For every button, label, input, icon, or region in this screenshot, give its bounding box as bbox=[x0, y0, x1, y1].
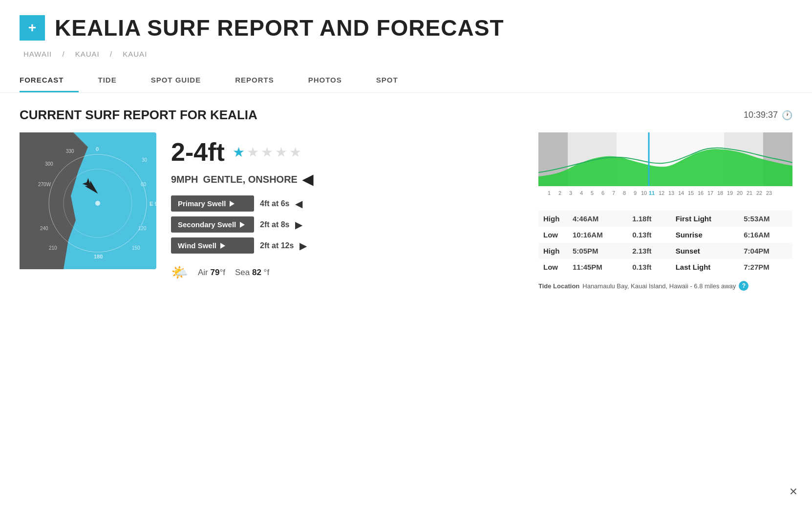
wind-description: GENTLE, ONSHORE bbox=[203, 174, 298, 185]
tab-tide[interactable]: TIDE bbox=[98, 68, 131, 92]
svg-text:3: 3 bbox=[569, 190, 572, 196]
primary-swell-label: Primary Swell bbox=[171, 195, 254, 212]
tide-location: Tide Location Hanamaulu Bay, Kauai Islan… bbox=[538, 281, 792, 291]
weather-icon: 🌤️ bbox=[171, 264, 188, 280]
wind-swell-direction: ▶ bbox=[299, 240, 307, 252]
compass-svg: 0 E 90 180 30 60 120 150 210 240 270W 30… bbox=[20, 132, 156, 269]
svg-text:270W: 270W bbox=[38, 182, 51, 187]
svg-text:5: 5 bbox=[591, 190, 594, 196]
air-temp: 79 bbox=[211, 268, 220, 277]
svg-text:1: 1 bbox=[548, 190, 551, 196]
primary-swell-row: Primary Swell 4ft at 6s ◀ bbox=[171, 195, 519, 212]
brand-icon: + bbox=[20, 15, 45, 41]
breadcrumb-hawaii[interactable]: HAWAII bbox=[23, 50, 52, 58]
svg-text:300: 300 bbox=[45, 161, 53, 167]
svg-text:23: 23 bbox=[766, 190, 772, 196]
event-label-1: First Light bbox=[671, 211, 739, 227]
compass: 0 E 90 180 30 60 120 150 210 240 270W 30… bbox=[20, 132, 156, 269]
current-time: 10:39:37 🕐 bbox=[744, 110, 792, 121]
svg-text:8: 8 bbox=[623, 190, 626, 196]
wind-speed: 9MPH bbox=[171, 174, 198, 185]
tide-time-3: 5:05PM bbox=[568, 243, 627, 259]
event-label-2: Sunrise bbox=[671, 227, 739, 243]
breadcrumb-kauai2[interactable]: KAUAI bbox=[123, 50, 147, 58]
tide-height-3: 2.13ft bbox=[627, 243, 671, 259]
tab-forecast[interactable]: FORECAST bbox=[20, 68, 79, 92]
left-panel: 0 E 90 180 30 60 120 150 210 240 270W 30… bbox=[20, 132, 519, 291]
report-body: 0 E 90 180 30 60 120 150 210 240 270W 30… bbox=[20, 132, 792, 291]
main-content: CURRENT SURF REPORT FOR KEALIA 10:39:37 … bbox=[0, 93, 812, 305]
tab-spot[interactable]: SPOT bbox=[376, 68, 413, 92]
page-title: KEALIA SURF REPORT AND FORECAST bbox=[55, 15, 504, 41]
primary-swell-arrow bbox=[230, 201, 235, 207]
wave-height-text: 2-4ft bbox=[171, 137, 225, 167]
svg-text:210: 210 bbox=[49, 245, 57, 251]
right-panel: 1 2 3 4 5 6 7 8 9 10 11 12 13 14 15 16 1 bbox=[538, 132, 792, 291]
breadcrumb: HAWAII / KAUAI / KAUAI bbox=[0, 46, 812, 68]
svg-text:30: 30 bbox=[142, 157, 148, 163]
svg-text:15: 15 bbox=[688, 190, 694, 196]
svg-text:19: 19 bbox=[727, 190, 733, 196]
help-icon[interactable]: ? bbox=[739, 281, 748, 291]
svg-text:6: 6 bbox=[601, 190, 604, 196]
tide-time-4: 11:45PM bbox=[568, 259, 627, 275]
tide-location-label: Tide Location bbox=[538, 282, 579, 290]
table-row: Low 11:45PM 0.13ft Last Light 7:27PM bbox=[538, 259, 792, 275]
svg-point-15 bbox=[95, 201, 100, 206]
tab-photos[interactable]: PHOTOS bbox=[308, 68, 357, 92]
primary-swell-value: 4ft at 6s bbox=[260, 199, 289, 208]
svg-text:10: 10 bbox=[641, 190, 647, 196]
tide-time-1: 4:46AM bbox=[568, 211, 627, 227]
event-label-3: Sunset bbox=[671, 243, 739, 259]
event-time-1: 5:53AM bbox=[739, 211, 792, 227]
tide-table: High 4:46AM 1.18ft First Light 5:53AM Lo… bbox=[538, 211, 792, 275]
section-title: CURRENT SURF REPORT FOR KEALIA bbox=[20, 107, 257, 123]
wave-height-row: 2-4ft ★ ★ ★ ★ ★ bbox=[171, 137, 519, 167]
wind-swell-arrow bbox=[220, 243, 225, 249]
tide-type-high1: High bbox=[538, 211, 568, 227]
event-label-4: Last Light bbox=[671, 259, 739, 275]
svg-text:7: 7 bbox=[612, 190, 615, 196]
svg-text:17: 17 bbox=[707, 190, 713, 196]
event-time-3: 7:04PM bbox=[739, 243, 792, 259]
wind-info: 9MPH GENTLE, ONSHORE ◀ bbox=[171, 171, 519, 188]
svg-text:18: 18 bbox=[717, 190, 723, 196]
tide-type-low1: Low bbox=[538, 227, 568, 243]
tab-spot-guide[interactable]: SPOT GUIDE bbox=[151, 68, 216, 92]
svg-text:16: 16 bbox=[698, 190, 704, 196]
star-3: ★ bbox=[261, 144, 273, 160]
svg-text:13: 13 bbox=[668, 190, 674, 196]
svg-text:330: 330 bbox=[66, 149, 74, 154]
svg-text:0: 0 bbox=[96, 146, 99, 152]
tab-reports[interactable]: REPORTS bbox=[235, 68, 289, 92]
star-rating: ★ ★ ★ ★ ★ bbox=[233, 144, 301, 160]
secondary-swell-arrow bbox=[240, 222, 245, 228]
close-button[interactable]: × bbox=[790, 484, 797, 499]
air-temp-label: Air 79°f bbox=[198, 268, 225, 278]
table-row: High 5:05PM 2.13ft Sunset 7:04PM bbox=[538, 243, 792, 259]
tide-height-1: 1.18ft bbox=[627, 211, 671, 227]
svg-text:240: 240 bbox=[40, 226, 48, 231]
event-time-4: 7:27PM bbox=[739, 259, 792, 275]
breadcrumb-kauai1[interactable]: KAUAI bbox=[75, 50, 100, 58]
page-header: + KEALIA SURF REPORT AND FORECAST bbox=[0, 0, 812, 46]
secondary-swell-label: Secondary Swell bbox=[171, 216, 254, 233]
tide-height-4: 0.13ft bbox=[627, 259, 671, 275]
secondary-swell-direction: ▶ bbox=[295, 219, 302, 231]
svg-text:22: 22 bbox=[756, 190, 762, 196]
primary-swell-direction: ◀ bbox=[295, 198, 302, 210]
svg-text:150: 150 bbox=[132, 245, 140, 251]
weather-row: 🌤️ Air 79°f Sea 82 °f bbox=[171, 264, 519, 280]
secondary-swell-row: Secondary Swell 2ft at 8s ▶ bbox=[171, 216, 519, 233]
svg-text:E 90: E 90 bbox=[150, 201, 156, 207]
tide-type-low2: Low bbox=[538, 259, 568, 275]
svg-text:20: 20 bbox=[737, 190, 743, 196]
svg-text:14: 14 bbox=[678, 190, 684, 196]
wind-swell-label: Wind Swell bbox=[171, 237, 254, 254]
tide-chart-container: 1 2 3 4 5 6 7 8 9 10 11 12 13 14 15 16 1 bbox=[538, 132, 792, 203]
svg-text:21: 21 bbox=[747, 190, 752, 196]
time-display: 10:39:37 bbox=[744, 110, 778, 120]
wind-direction-arrow: ◀ bbox=[302, 171, 313, 188]
table-row: Low 10:16AM 0.13ft Sunrise 6:16AM bbox=[538, 227, 792, 243]
tide-chart: 1 2 3 4 5 6 7 8 9 10 11 12 13 14 15 16 1 bbox=[538, 132, 792, 201]
